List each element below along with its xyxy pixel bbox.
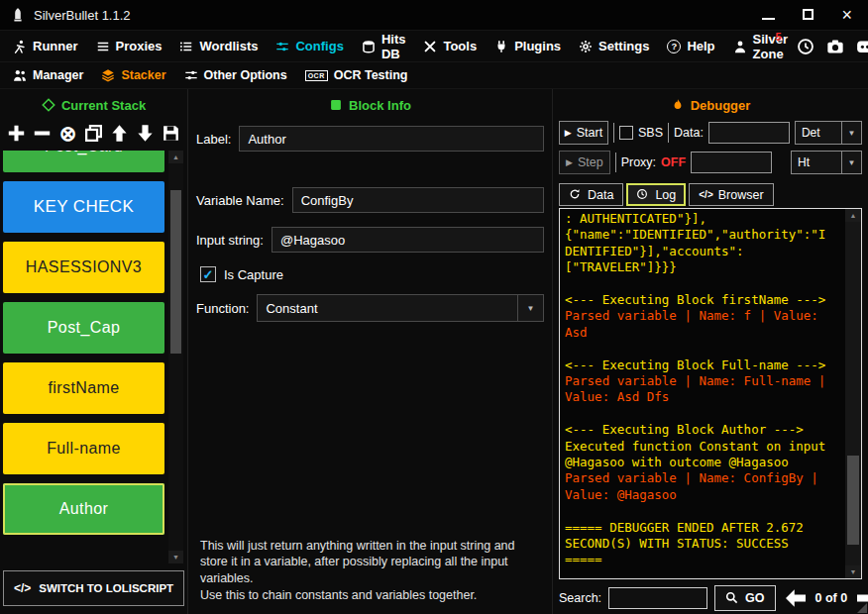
stack-item-key-check[interactable]: KEY CHECK [3, 181, 164, 233]
submenu-item-ocr-testing[interactable]: OCR OCR Testing [296, 62, 417, 88]
maximize-button[interactable] [803, 6, 814, 24]
block-help-line: This will just return anything written i… [200, 538, 542, 588]
log-line: : AUTHENTICATED"}], [565, 211, 840, 227]
submenu-item-stacker[interactable]: Stacker [92, 62, 174, 88]
discord-icon[interactable] [856, 38, 868, 55]
plug-icon [494, 40, 508, 53]
menu-item-hits-db[interactable]: Hits DB [353, 31, 415, 61]
log-scroll-thumb[interactable] [847, 456, 859, 545]
clear-stack-button[interactable]: ⊗ [56, 121, 79, 145]
log-line: <--- Executing Block Author ---> [565, 422, 840, 438]
log-line: @Hagasoo with outcome @Hagasoo [565, 455, 840, 470]
camera-icon[interactable] [826, 38, 844, 55]
menu-item-tools[interactable]: Tools [414, 31, 486, 61]
stack-item-firstname[interactable]: firstName [3, 362, 164, 414]
scroll-up-icon[interactable]: ▲ [168, 151, 183, 163]
close-button[interactable]: × [841, 6, 852, 24]
menu-item-label: Tools [443, 39, 477, 53]
menu-item-silver-zone[interactable]: 5 Silver Zone [724, 31, 797, 61]
proxy-off-toggle[interactable]: OFF [661, 155, 686, 169]
data-type-dropdown[interactable]: Det ▼ [795, 121, 862, 145]
history-clock-icon[interactable] [797, 38, 814, 55]
menu-item-settings[interactable]: Settings [570, 31, 658, 61]
stack-scrollbar[interactable]: ▲ ▼ [168, 151, 183, 563]
submenu-item-label: Other Options [204, 68, 287, 82]
proxy-type-dropdown[interactable]: Ht ▼ [791, 151, 862, 174]
debugger-log-panel: : AUTHENTICATED"}],{"name":"IDENTIFIED",… [559, 208, 862, 579]
previous-result-button[interactable] [783, 588, 809, 608]
layers-icon [101, 68, 115, 82]
block-cube-icon [329, 98, 343, 112]
stack-item-full-name[interactable]: Full-name [3, 423, 164, 474]
scroll-up-icon[interactable]: ▲ [845, 209, 861, 222]
stack-item-author[interactable]: Author [3, 483, 164, 535]
search-go-button[interactable]: GO [714, 585, 775, 611]
submenu-item-other-options[interactable]: Other Options [175, 62, 296, 88]
is-capture-checkbox[interactable]: ✓ [200, 266, 216, 282]
menu-item-label: Proxies [116, 39, 163, 53]
stack-toolbar: ⊗ [0, 116, 187, 147]
start-button[interactable]: ▶ Start [559, 121, 608, 145]
log-line: ===== DEBUGGER ENDED AFTER 2.672 [565, 520, 840, 536]
menu-item-wordlists[interactable]: Wordlists [170, 31, 267, 61]
scroll-down-icon[interactable]: ▼ [168, 551, 183, 563]
label-input[interactable] [239, 126, 544, 152]
remove-block-button[interactable] [31, 121, 54, 145]
chevron-down-icon[interactable]: ▼ [517, 295, 543, 321]
add-block-button[interactable] [5, 121, 28, 145]
gear-icon [579, 40, 593, 53]
log-scroll-track[interactable] [845, 222, 861, 565]
log-line [565, 276, 840, 292]
log-scrollbar[interactable]: ▲ ▼ [845, 209, 861, 578]
stack-item-hasessionv3[interactable]: HASESSIONV3 [3, 242, 164, 293]
menu-item-proxies[interactable]: Proxies [87, 31, 171, 61]
menu-item-label: Runner [33, 39, 78, 53]
menu-item-configs[interactable]: Configs [267, 31, 352, 61]
database-icon [362, 40, 376, 53]
input-string-input[interactable] [271, 227, 544, 253]
step-button[interactable]: ▶ Step [559, 151, 610, 174]
go-button-label: GO [745, 591, 764, 605]
menu-item-plugins[interactable]: Plugins [486, 31, 570, 61]
resize-grip[interactable] [857, 603, 867, 613]
save-icon-button[interactable] [160, 121, 182, 145]
stack-list-container: Post_CardKEY CHECKHASESSIONV3Post_Capfir… [0, 151, 187, 563]
stack-scroll-track[interactable] [168, 163, 183, 551]
log-line [565, 503, 840, 519]
debug-data-input[interactable] [708, 122, 790, 144]
block-info-title: Block Info [349, 98, 411, 113]
stack-scroll-thumb[interactable] [170, 190, 181, 353]
proxy-input[interactable] [691, 152, 772, 173]
tab-label: Browser [718, 188, 764, 202]
proxy-type-value: Ht [798, 155, 810, 169]
diamond-icon [42, 98, 55, 112]
window-title: SilverBullet 1.1.2 [34, 8, 131, 23]
main-area: Current Stack ⊗ Post_CardKEY CHECKHASESS… [0, 89, 868, 614]
debugger-title: Debugger [691, 98, 751, 113]
variable-name-input[interactable] [292, 187, 544, 213]
minimize-button[interactable] [762, 6, 775, 24]
submenu-item-manager[interactable]: Manager [4, 62, 92, 88]
chevron-down-icon[interactable]: ▼ [841, 122, 861, 144]
move-down-button[interactable] [134, 121, 157, 145]
scroll-down-icon[interactable]: ▼ [845, 565, 861, 578]
log-search-input[interactable] [608, 587, 707, 609]
tab-label: Log [655, 188, 676, 202]
sub-menu-bar: Manager Stacker Other Options OCR OCR Te… [0, 61, 868, 89]
sbs-checkbox[interactable] [619, 126, 633, 140]
function-dropdown[interactable]: Constant ▼ [257, 294, 544, 322]
menu-item-help[interactable]: ? Help [658, 31, 723, 61]
stack-item-post-cap[interactable]: Post_Cap [3, 302, 164, 354]
tab-data[interactable]: Data [559, 183, 623, 206]
menu-item-label: Hits DB [381, 32, 406, 61]
move-up-button[interactable] [108, 121, 131, 145]
chevron-down-icon[interactable]: ▼ [841, 152, 861, 173]
menu-item-label: Configs [295, 39, 343, 53]
stack-item-post-card[interactable]: Post_Card [3, 151, 164, 172]
tab-browser[interactable]: </> Browser [689, 183, 773, 206]
clone-block-button[interactable] [82, 121, 105, 145]
log-line [565, 406, 840, 422]
tab-log[interactable]: Log [626, 183, 686, 206]
switch-to-loliscript-button[interactable]: </> SWITCH TO LOLISCRIPT [3, 570, 184, 606]
menu-item-runner[interactable]: Runner [4, 31, 87, 61]
